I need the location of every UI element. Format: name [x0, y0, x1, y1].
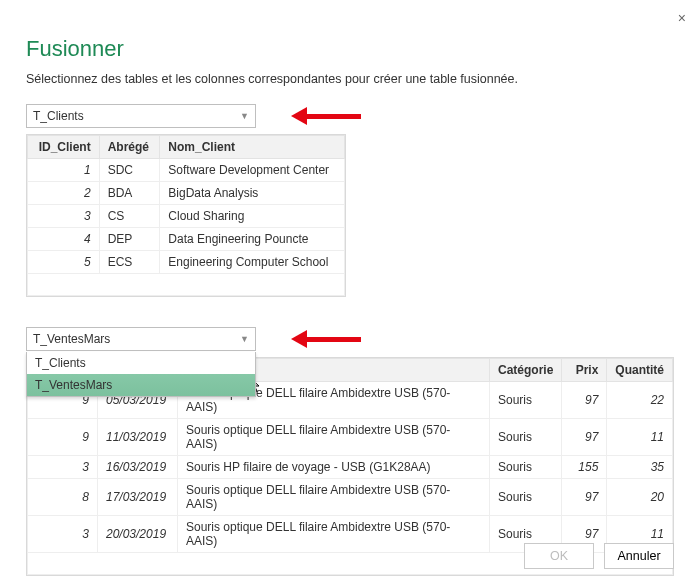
annotation-arrow [291, 107, 361, 125]
table-row[interactable]: 2 BDA BigData Analysis [28, 182, 345, 205]
table1-header: Abrégé [99, 136, 160, 159]
cell-abrege: SDC [99, 159, 160, 182]
cell: Souris [489, 456, 561, 479]
close-icon[interactable]: × [678, 10, 686, 26]
cell-nom: Cloud Sharing [160, 205, 345, 228]
cell-id: 1 [28, 159, 100, 182]
cell-nom: Software Development Center [160, 159, 345, 182]
table2-select-list[interactable]: T_Clients T_VentesMars [26, 352, 256, 397]
cell: 20 [607, 479, 673, 516]
table2-select-value: T_VentesMars [33, 332, 110, 346]
table-row[interactable]: 8 17/03/2019 Souris optique DELL filaire… [28, 479, 673, 516]
cell-id: 3 [28, 205, 100, 228]
cell: 16/03/2019 [98, 456, 178, 479]
ok-button[interactable]: OK [524, 543, 594, 569]
table-row[interactable]: 3 CS Cloud Sharing [28, 205, 345, 228]
cell-abrege: CS [99, 205, 160, 228]
cell: Souris optique DELL filaire Ambidextre U… [178, 419, 490, 456]
cell: 3 [28, 516, 98, 553]
cell-nom: Engineering Computer School [160, 251, 345, 274]
cancel-button[interactable]: Annuler [604, 543, 674, 569]
cell: 97 [562, 419, 607, 456]
cell: Souris HP filaire de voyage - USB (G1K28… [178, 456, 490, 479]
dialog-title: Fusionner [26, 36, 674, 62]
cell-abrege: BDA [99, 182, 160, 205]
cell: Souris [489, 479, 561, 516]
table-row[interactable]: 3 16/03/2019 Souris HP filaire de voyage… [28, 456, 673, 479]
table2-header: Quantité [607, 359, 673, 382]
cell: 22 [607, 382, 673, 419]
table-row[interactable]: 1 SDC Software Development Center [28, 159, 345, 182]
table1-select-value: T_Clients [33, 109, 84, 123]
cell: 155 [562, 456, 607, 479]
dropdown-option[interactable]: T_VentesMars [27, 374, 255, 396]
table2-header: Catégorie [489, 359, 561, 382]
table2-select[interactable]: T_VentesMars ▼ T_Clients T_VentesMars [26, 327, 256, 351]
cell: 9 [28, 419, 98, 456]
table1-header: ID_Client [28, 136, 100, 159]
table-row[interactable]: 4 DEP Data Engineering Pouncte [28, 228, 345, 251]
cell: Souris [489, 382, 561, 419]
cell: 8 [28, 479, 98, 516]
cell: 20/03/2019 [98, 516, 178, 553]
cell: Souris [489, 419, 561, 456]
table1-select[interactable]: T_Clients ▼ [26, 104, 256, 128]
table1-header: Nom_Client [160, 136, 345, 159]
cell-id: 4 [28, 228, 100, 251]
cell: 35 [607, 456, 673, 479]
table-row[interactable]: 5 ECS Engineering Computer School [28, 251, 345, 274]
cell: 17/03/2019 [98, 479, 178, 516]
cell-nom: Data Engineering Pouncte [160, 228, 345, 251]
cell-abrege: DEP [99, 228, 160, 251]
cell-nom: BigData Analysis [160, 182, 345, 205]
cell: 11/03/2019 [98, 419, 178, 456]
table1: ID_Client Abrégé Nom_Client 1 SDC Softwa… [26, 134, 346, 297]
chevron-down-icon: ▼ [240, 111, 249, 121]
cell-id: 5 [28, 251, 100, 274]
cell: 3 [28, 456, 98, 479]
cell: 11 [607, 419, 673, 456]
annotation-arrow [291, 330, 361, 348]
table2-header: Prix [562, 359, 607, 382]
cell: 97 [562, 382, 607, 419]
cell-id: 2 [28, 182, 100, 205]
cell: Souris optique DELL filaire Ambidextre U… [178, 479, 490, 516]
chevron-down-icon: ▼ [240, 334, 249, 344]
cell-abrege: ECS [99, 251, 160, 274]
dropdown-option[interactable]: T_Clients [27, 352, 255, 374]
table-row[interactable]: 9 11/03/2019 Souris optique DELL filaire… [28, 419, 673, 456]
cell: Souris optique DELL filaire Ambidextre U… [178, 516, 490, 553]
dialog-subtitle: Sélectionnez des tables et les colonnes … [26, 72, 674, 86]
cell: 97 [562, 479, 607, 516]
